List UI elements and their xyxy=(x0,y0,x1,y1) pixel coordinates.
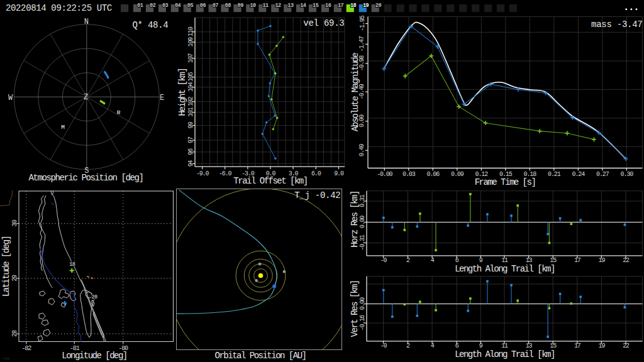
svg-text:mass -3.47: mass -3.47 xyxy=(591,19,643,30)
svg-text:101: 101 xyxy=(188,107,195,117)
svg-text:08: 08 xyxy=(225,3,231,9)
svg-text:13: 13 xyxy=(287,3,294,9)
svg-text:17: 17 xyxy=(574,257,581,264)
svg-text:T_j -0.42: T_j -0.42 xyxy=(294,190,340,200)
svg-text:104: 104 xyxy=(188,82,195,92)
svg-text:Frame Time [s]: Frame Time [s] xyxy=(475,177,536,187)
svg-text:29: 29 xyxy=(12,275,19,282)
svg-text:-0: -0 xyxy=(380,343,387,349)
svg-text:07: 07 xyxy=(213,3,219,9)
svg-text:10: 10 xyxy=(250,3,256,9)
svg-text:09: 09 xyxy=(238,3,244,9)
svg-text:-9.0: -9.0 xyxy=(196,170,209,177)
svg-text:Absolute Magnitude: Absolute Magnitude xyxy=(350,53,360,131)
svg-text:05: 05 xyxy=(187,3,194,9)
svg-text:19: 19 xyxy=(599,343,606,349)
svg-text:15: 15 xyxy=(313,3,319,9)
svg-text:Atmospheric Position [deg]: Atmospheric Position [deg] xyxy=(28,173,143,183)
svg-text:109: 109 xyxy=(188,37,195,47)
svg-text:Longitude [deg]: Longitude [deg] xyxy=(62,351,127,361)
svg-text:11: 11 xyxy=(501,343,508,349)
svg-text:0.27: 0.27 xyxy=(596,171,609,178)
svg-text:0.31: 0.31 xyxy=(359,194,366,207)
svg-text:96: 96 xyxy=(188,148,195,155)
svg-text:0.49: 0.49 xyxy=(359,143,366,156)
svg-text:105: 105 xyxy=(188,72,195,82)
svg-text:0.00: 0.00 xyxy=(359,216,366,229)
svg-text:107: 107 xyxy=(188,53,195,63)
svg-text:17: 17 xyxy=(338,3,344,9)
svg-text:22: 22 xyxy=(623,343,630,349)
svg-text:15: 15 xyxy=(550,343,557,349)
svg-text:6.0: 6.0 xyxy=(311,170,321,177)
svg-text:-6.0: -6.0 xyxy=(219,170,232,177)
svg-text:-82: -82 xyxy=(22,345,32,352)
svg-text:-0: -0 xyxy=(380,257,387,264)
svg-text:N: N xyxy=(84,18,89,26)
svg-text:Orbital Position [AU]: Orbital Position [AU] xyxy=(215,351,306,361)
svg-text:11: 11 xyxy=(262,3,269,9)
svg-text:22: 22 xyxy=(623,257,630,264)
svg-text:13: 13 xyxy=(526,257,533,264)
svg-text:11: 11 xyxy=(501,257,508,264)
svg-text:0.30: 0.30 xyxy=(621,171,634,178)
svg-text:110: 110 xyxy=(188,26,195,36)
svg-text:Q* 48.4: Q* 48.4 xyxy=(132,20,168,30)
svg-text:vel 69.3: vel 69.3 xyxy=(303,18,344,28)
svg-text:-0.31: -0.31 xyxy=(359,234,366,250)
svg-text:-0.16: -0.16 xyxy=(359,315,366,331)
svg-text:19: 19 xyxy=(363,3,369,9)
svg-text:18: 18 xyxy=(350,3,357,9)
svg-text:19: 19 xyxy=(599,257,606,264)
svg-text:18: 18 xyxy=(69,261,75,268)
svg-text:9.0: 9.0 xyxy=(334,170,344,177)
svg-text:28: 28 xyxy=(12,330,19,337)
svg-text:M: M xyxy=(61,124,65,131)
svg-text:0.06: 0.06 xyxy=(427,171,440,178)
svg-text:Z: Z xyxy=(84,93,88,102)
svg-text:Trail Offset [km]: Trail Offset [km] xyxy=(233,176,307,186)
svg-text:0.21: 0.21 xyxy=(548,171,561,178)
svg-text:13: 13 xyxy=(526,343,533,349)
svg-text:03: 03 xyxy=(162,3,169,9)
svg-text:04: 04 xyxy=(175,3,181,9)
svg-text:30: 30 xyxy=(12,220,19,227)
svg-text:W: W xyxy=(8,94,13,102)
svg-text:-0.00: -0.00 xyxy=(377,171,392,178)
svg-text:0.03: 0.03 xyxy=(402,171,416,178)
svg-text:20220814 09:22:25 UTC: 20220814 09:22:25 UTC xyxy=(6,3,112,13)
svg-text:14: 14 xyxy=(300,3,306,9)
svg-text:Length Along Trail [km]: Length Along Trail [km] xyxy=(455,264,555,274)
svg-text:Latitude [deg]: Latitude [deg] xyxy=(1,236,11,297)
svg-text:-1.95: -1.95 xyxy=(359,15,366,31)
svg-text:02: 02 xyxy=(150,3,156,9)
svg-text:Vert Res [km]: Vert Res [km] xyxy=(350,280,360,337)
svg-text:0.00: 0.00 xyxy=(359,297,366,310)
svg-text:E: E xyxy=(160,94,164,102)
svg-text:20: 20 xyxy=(91,294,97,300)
svg-text:rjw: rjw xyxy=(3,356,9,361)
svg-text:94: 94 xyxy=(188,160,195,167)
svg-text:20: 20 xyxy=(375,3,382,9)
svg-text:15: 15 xyxy=(550,257,557,264)
svg-text:12: 12 xyxy=(275,3,281,9)
svg-text:01: 01 xyxy=(137,3,143,9)
svg-text:Horz Res [km]: Horz Res [km] xyxy=(350,191,360,248)
svg-text:99: 99 xyxy=(188,122,195,129)
svg-text:97: 97 xyxy=(188,136,195,143)
svg-text:0.09: 0.09 xyxy=(451,171,464,178)
svg-text:06: 06 xyxy=(200,3,206,9)
svg-text:-1.47: -1.47 xyxy=(359,36,366,52)
svg-text:0.24: 0.24 xyxy=(572,171,586,178)
svg-text:Length Along Trail [km]: Length Along Trail [km] xyxy=(455,349,555,359)
svg-text:17: 17 xyxy=(574,343,581,349)
svg-text:102: 102 xyxy=(188,96,195,106)
svg-text:Height [km]: Height [km] xyxy=(177,69,187,116)
svg-text:R: R xyxy=(117,109,121,116)
svg-text:16: 16 xyxy=(325,3,331,9)
